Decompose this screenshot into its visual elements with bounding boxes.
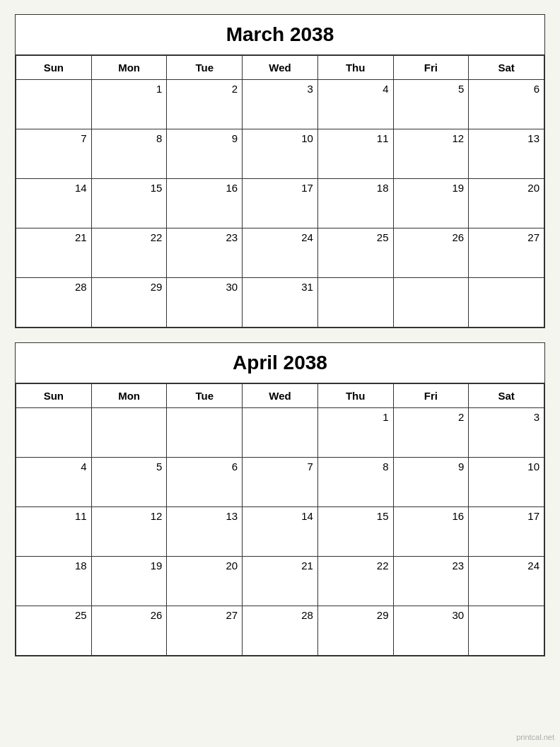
calendar-day-cell: 6 xyxy=(167,458,243,507)
calendar-day-cell: 16 xyxy=(167,179,243,228)
calendar-day-cell xyxy=(16,80,92,129)
table-row: 11121314151617 xyxy=(16,507,544,557)
calendar-day-cell xyxy=(16,408,92,458)
calendar-day-cell: 18 xyxy=(16,557,92,606)
calendar-day-cell: 9 xyxy=(167,129,243,179)
calendar-day-cell: 28 xyxy=(16,278,92,328)
calendar-day-cell: 17 xyxy=(469,507,544,557)
table-row: 123456 xyxy=(16,80,544,129)
calendar-day-cell: 13 xyxy=(167,507,243,557)
table-row: 123 xyxy=(16,408,544,458)
day-header-Fri: Fri xyxy=(393,56,469,80)
calendar-day-cell: 30 xyxy=(393,606,469,656)
calendar-day-cell: 16 xyxy=(393,507,469,557)
calendar-day-cell: 19 xyxy=(91,557,167,606)
table-row: 28293031 xyxy=(16,278,544,328)
calendar-1: April 2038SunMonTueWedThuFriSat123456789… xyxy=(15,342,545,656)
calendar-day-cell: 29 xyxy=(91,278,167,328)
calendar-grid-1: SunMonTueWedThuFriSat1234567891011121314… xyxy=(16,383,544,656)
calendar-day-cell xyxy=(167,408,243,458)
calendar-day-cell: 28 xyxy=(243,606,318,656)
table-row: 21222324252627 xyxy=(16,228,544,278)
calendar-day-cell: 19 xyxy=(393,179,469,228)
calendar-day-cell: 15 xyxy=(91,179,167,228)
calendar-day-cell: 13 xyxy=(469,129,544,179)
calendar-title-0: March 2038 xyxy=(16,15,544,55)
calendar-day-cell: 15 xyxy=(317,507,393,557)
table-row: 14151617181920 xyxy=(16,179,544,228)
calendar-day-cell: 8 xyxy=(91,129,167,179)
day-header-Sun: Sun xyxy=(16,384,92,408)
table-row: 45678910 xyxy=(16,458,544,507)
watermark-label: printcal.net xyxy=(516,733,554,741)
calendar-0: March 2038SunMonTueWedThuFriSat123456789… xyxy=(15,14,545,328)
calendar-day-cell: 4 xyxy=(317,80,393,129)
calendar-day-cell: 7 xyxy=(16,129,92,179)
calendar-day-cell xyxy=(243,408,318,458)
calendar-day-cell: 31 xyxy=(243,278,318,328)
calendar-day-cell: 4 xyxy=(16,458,92,507)
calendar-day-cell: 5 xyxy=(393,80,469,129)
day-header-Sat: Sat xyxy=(469,384,544,408)
calendar-day-cell: 7 xyxy=(243,458,318,507)
calendar-day-cell: 17 xyxy=(243,179,318,228)
calendar-day-cell: 30 xyxy=(167,278,243,328)
calendar-day-cell: 10 xyxy=(469,458,544,507)
day-header-Wed: Wed xyxy=(243,384,318,408)
calendar-day-cell: 2 xyxy=(167,80,243,129)
calendar-day-cell: 14 xyxy=(16,179,92,228)
calendar-day-cell: 23 xyxy=(167,228,243,278)
day-header-Sat: Sat xyxy=(469,56,544,80)
day-header-Tue: Tue xyxy=(167,56,243,80)
day-header-Fri: Fri xyxy=(393,384,469,408)
calendar-day-cell: 11 xyxy=(317,129,393,179)
calendar-day-cell: 22 xyxy=(317,557,393,606)
day-header-Wed: Wed xyxy=(243,56,318,80)
calendar-day-cell: 12 xyxy=(91,507,167,557)
calendar-day-cell: 22 xyxy=(91,228,167,278)
calendar-day-cell xyxy=(91,408,167,458)
calendar-day-cell: 23 xyxy=(393,557,469,606)
calendar-day-cell: 29 xyxy=(317,606,393,656)
calendar-day-cell: 14 xyxy=(243,507,318,557)
day-header-Thu: Thu xyxy=(317,384,393,408)
calendar-day-cell: 26 xyxy=(393,228,469,278)
calendar-day-cell: 9 xyxy=(393,458,469,507)
calendar-day-cell: 26 xyxy=(91,606,167,656)
calendar-day-cell xyxy=(317,278,393,328)
calendar-day-cell: 3 xyxy=(469,408,544,458)
calendar-day-cell: 1 xyxy=(91,80,167,129)
calendar-day-cell: 25 xyxy=(317,228,393,278)
calendar-day-cell xyxy=(393,278,469,328)
calendar-day-cell: 10 xyxy=(243,129,318,179)
calendar-grid-0: SunMonTueWedThuFriSat1234567891011121314… xyxy=(16,55,544,328)
calendar-day-cell: 21 xyxy=(243,557,318,606)
calendar-title-1: April 2038 xyxy=(16,343,544,383)
calendar-day-cell: 24 xyxy=(243,228,318,278)
calendar-day-cell: 1 xyxy=(317,408,393,458)
calendar-day-cell: 6 xyxy=(469,80,544,129)
calendar-day-cell: 25 xyxy=(16,606,92,656)
table-row: 78910111213 xyxy=(16,129,544,179)
calendar-day-cell: 27 xyxy=(469,228,544,278)
day-header-Thu: Thu xyxy=(317,56,393,80)
calendar-day-cell: 12 xyxy=(393,129,469,179)
calendar-day-cell: 27 xyxy=(167,606,243,656)
calendar-day-cell: 5 xyxy=(91,458,167,507)
calendar-day-cell: 20 xyxy=(469,179,544,228)
day-header-Mon: Mon xyxy=(91,384,167,408)
table-row: 252627282930 xyxy=(16,606,544,656)
calendar-day-cell xyxy=(469,278,544,328)
calendar-day-cell: 21 xyxy=(16,228,92,278)
table-row: 18192021222324 xyxy=(16,557,544,606)
calendar-day-cell: 24 xyxy=(469,557,544,606)
calendar-day-cell: 20 xyxy=(167,557,243,606)
calendar-day-cell: 11 xyxy=(16,507,92,557)
calendar-day-cell xyxy=(469,606,544,656)
day-header-Mon: Mon xyxy=(91,56,167,80)
day-header-Tue: Tue xyxy=(167,384,243,408)
calendar-day-cell: 3 xyxy=(243,80,318,129)
calendar-day-cell: 18 xyxy=(317,179,393,228)
day-header-Sun: Sun xyxy=(16,56,92,80)
calendar-day-cell: 8 xyxy=(317,458,393,507)
